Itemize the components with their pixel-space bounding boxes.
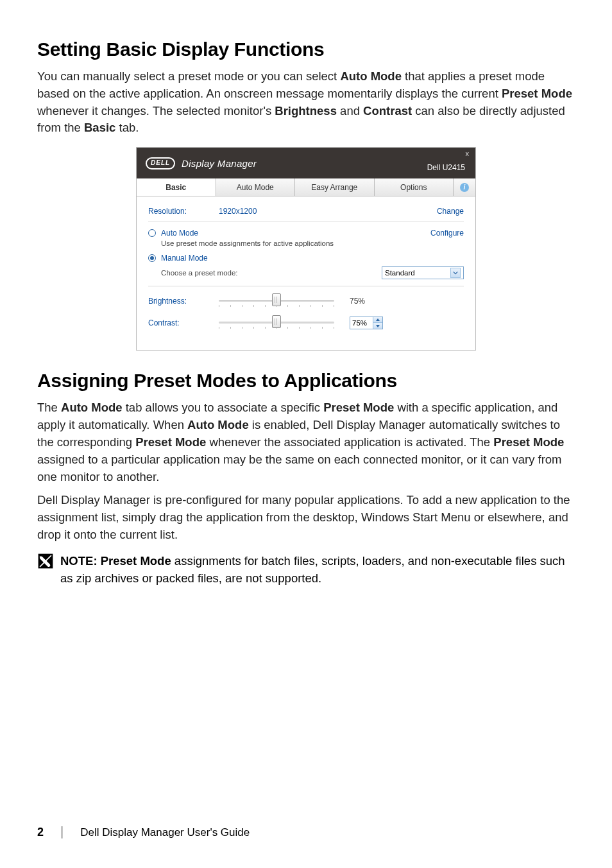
dialog-titlebar: DELL Display Manager Dell U2415 x [137, 148, 475, 178]
text-bold: Contrast [363, 104, 412, 117]
tab-label: Options [400, 183, 427, 192]
change-resolution-link[interactable]: Change [437, 207, 464, 216]
brightness-slider[interactable] [219, 293, 334, 309]
resolution-label: Resolution: [148, 207, 219, 216]
note-icon [37, 553, 54, 569]
text: assigned to a particular application may… [37, 453, 562, 483]
tab-basic[interactable]: Basic [137, 178, 216, 196]
preset-mode-value: Standard [385, 269, 415, 277]
dialog-body: Resolution: 1920x1200 Change Auto Mode C… [137, 196, 475, 350]
contrast-slider[interactable] [219, 315, 334, 331]
info-icon: i [460, 183, 469, 192]
auto-mode-label: Auto Mode [161, 229, 198, 238]
preset-mode-row: Choose a preset mode: Standard [148, 266, 464, 279]
contrast-slider-thumb[interactable] [272, 315, 281, 328]
auto-mode-radio-row: Auto Mode Configure [148, 229, 464, 238]
manual-mode-radio[interactable] [148, 254, 156, 262]
choose-preset-label: Choose a preset mode: [161, 269, 238, 277]
note-block: NOTE: Preset Mode assignments for batch … [37, 553, 575, 587]
monitor-model-label: Dell U2415 [427, 163, 465, 172]
contrast-spinner[interactable]: 75% [350, 317, 383, 329]
tab-auto-mode[interactable]: Auto Mode [216, 178, 296, 196]
resolution-row: Resolution: 1920x1200 Change [148, 207, 464, 216]
dell-logo: DELL [146, 157, 175, 169]
text: and [337, 104, 363, 117]
text-bold: Auto Mode [187, 418, 249, 431]
manual-mode-radio-row: Manual Mode [148, 254, 464, 263]
manual-mode-label: Manual Mode [161, 254, 208, 263]
heading-setting-basic: Setting Basic Display Functions [37, 39, 575, 60]
brightness-row: Brightness: 75% [148, 293, 464, 309]
resolution-value: 1920x1200 [219, 207, 257, 216]
text: The [37, 401, 61, 414]
text-bold: Auto Mode [340, 69, 402, 83]
dialog-title: Display Manager [182, 158, 257, 169]
note-text: NOTE: Preset Mode assignments for batch … [60, 553, 575, 587]
brightness-label: Brightness: [148, 297, 219, 306]
brightness-slider-thumb[interactable] [272, 293, 281, 306]
text-bold: Brightness [275, 104, 337, 117]
text-bold: Preset Mode [323, 401, 394, 414]
auto-mode-radio[interactable] [148, 229, 156, 237]
paragraph-assigning-2: Dell Display Manager is pre-configured f… [37, 492, 575, 543]
tab-easy-arrange[interactable]: Easy Arrange [295, 178, 375, 196]
tab-label: Auto Mode [237, 183, 274, 192]
text-bold: Basic [84, 121, 115, 134]
text-bold: Auto Mode [61, 401, 123, 414]
text-bold: Preset Mode [135, 435, 206, 449]
footer-doc-title: Dell Display Manager User's Guide [80, 826, 250, 839]
spinner-up-icon[interactable] [373, 317, 382, 323]
text-bold: Preset Mode [493, 435, 564, 449]
close-icon[interactable]: x [466, 150, 470, 157]
tab-options[interactable]: Options [375, 178, 454, 196]
paragraph-setting-basic: You can manually select a preset mode or… [37, 68, 575, 137]
tab-label: Easy Arrange [311, 183, 357, 192]
footer-divider: | [60, 824, 64, 839]
paragraph-assigning-1: The Auto Mode tab allows you to associat… [37, 399, 575, 485]
text: whenever it changes. The selected monito… [37, 104, 275, 117]
tab-label: Basic [166, 183, 186, 192]
text-bold: Preset Mode [502, 87, 572, 100]
text: whenever the associated application is a… [206, 435, 493, 449]
contrast-value: 75% [352, 319, 367, 327]
dialog-tabs: Basic Auto Mode Easy Arrange Options i [137, 178, 475, 196]
text: tab allows you to associate a specific [123, 401, 324, 414]
separator [148, 286, 464, 287]
text: You can manually select a preset mode or… [37, 69, 340, 83]
info-button[interactable]: i [454, 178, 475, 196]
display-manager-dialog: DELL Display Manager Dell U2415 x Basic … [136, 147, 476, 351]
configure-link[interactable]: Configure [430, 229, 464, 238]
chevron-down-icon [450, 268, 461, 278]
contrast-row: Contrast: 75% [148, 315, 464, 331]
contrast-label: Contrast: [148, 318, 219, 327]
page-footer: 2 | Dell Display Manager User's Guide [37, 825, 250, 840]
auto-mode-sublabel: Use preset mode assignments for active a… [161, 239, 464, 247]
heading-assigning-preset: Assigning Preset Modes to Applications [37, 370, 575, 392]
preset-mode-dropdown[interactable]: Standard [382, 266, 464, 279]
page-number: 2 [37, 826, 44, 839]
spinner-down-icon[interactable] [373, 323, 382, 329]
separator [148, 221, 464, 222]
brightness-value: 75% [350, 297, 378, 306]
text: tab. [115, 121, 139, 134]
text-bold: NOTE: Preset Mode [60, 554, 171, 568]
